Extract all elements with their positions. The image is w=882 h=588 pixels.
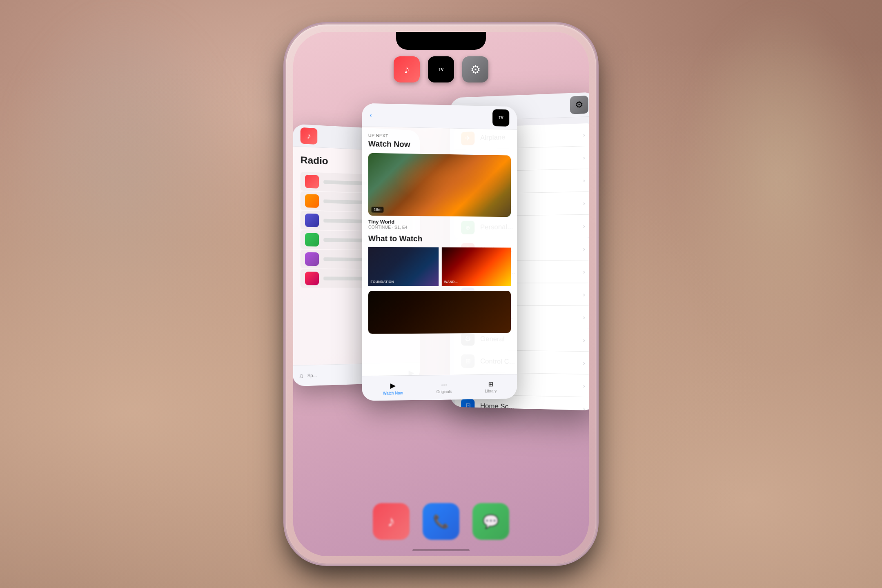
chevron-icon: › — [583, 314, 585, 321]
tv-duration-badge: 18m — [372, 207, 384, 213]
chevron-icon: › — [583, 177, 585, 183]
music-row-art — [305, 194, 319, 208]
tv-watch-now-title: Watch Now — [368, 139, 511, 151]
tv-back-button[interactable]: ‹ — [370, 112, 372, 118]
apple-tv-icon: TV — [492, 109, 509, 126]
tv-what-to-watch: What to Watch — [368, 234, 511, 244]
card-tv[interactable]: ‹ TV Up Next Watch Now — [362, 103, 517, 401]
chevron-icon: › — [583, 154, 585, 161]
chevron-icon: › — [583, 223, 585, 229]
home-screen-icon: ⊡ — [461, 399, 474, 411]
scene: ♪ TV ⚙ ♪ — [0, 0, 882, 588]
iphone-screen: ♪ TV ⚙ ♪ — [293, 32, 589, 556]
tv-tab-library-label: Library — [485, 389, 497, 393]
chevron-icon: › — [583, 405, 585, 410]
tv-dark-show-thumb[interactable] — [368, 291, 511, 334]
top-app-icon-music[interactable]: ♪ — [394, 56, 420, 82]
home-indicator[interactable] — [412, 549, 470, 551]
foundation-label: FOUNDATION — [371, 280, 394, 284]
tv-tab-originals-label: Originals — [437, 390, 452, 394]
tv-tab-library[interactable]: ⊞ Library — [485, 381, 497, 394]
music-note-icon: ♫ — [299, 372, 303, 379]
tv-star-icon: ⋯ — [441, 381, 447, 388]
app-cards-container: ♪ Radio — [293, 81, 589, 491]
tv-content: Up Next Watch Now 18m Tiny World CONTINU… — [362, 127, 517, 345]
music-row-art — [305, 175, 319, 189]
top-app-icon-settings[interactable]: ⚙ — [462, 56, 488, 82]
settings-app-icon: ⚙ — [570, 96, 588, 114]
chevron-icon: › — [583, 337, 585, 343]
tv-bottom-tabs: ▶ Watch Now ⋯ Originals ⊞ Library — [362, 374, 517, 401]
card-tv-header: ‹ TV — [362, 103, 517, 130]
tv-tab-originals[interactable]: ⋯ Originals — [437, 381, 452, 394]
music-row-art — [305, 233, 319, 246]
dock: ♪ 📞 💬 — [373, 503, 509, 540]
chevron-icon: › — [583, 200, 585, 206]
tv-show-subtitle: CONTINUE · S1, E4 — [368, 225, 511, 230]
show2-label: WAND... — [444, 280, 457, 284]
dock-icon-messages[interactable]: 💬 — [472, 503, 509, 540]
iphone-notch — [396, 32, 486, 50]
chevron-icon: › — [583, 291, 585, 298]
music-row-art — [305, 214, 319, 227]
tv-thumbnails-row: FOUNDATION WAND... — [368, 247, 511, 286]
tv-play-icon: ▶ — [390, 381, 395, 390]
tv-foundation-thumb[interactable]: FOUNDATION — [368, 247, 439, 286]
dock-icon-phone[interactable]: 📞 — [423, 503, 459, 540]
tv-tiny-world-thumbnail[interactable]: 18m — [368, 153, 511, 217]
tv-thumbnail-glow — [368, 153, 511, 217]
chevron-icon: › — [583, 360, 585, 366]
music-row-text — [323, 276, 365, 280]
music-row-art — [305, 252, 319, 266]
chevron-icon: › — [583, 268, 585, 275]
tv-tab-watchnow[interactable]: ▶ Watch Now — [383, 381, 403, 395]
tv-wandavision-thumb[interactable]: WAND... — [442, 247, 511, 286]
apple-tv-label: TV — [499, 116, 503, 120]
dock-icon-music[interactable]: ♪ — [373, 503, 410, 540]
top-app-icon-tv[interactable]: TV — [428, 56, 454, 82]
settings-gear-icon[interactable]: ⚙ — [462, 56, 488, 82]
chevron-icon: › — [583, 382, 585, 389]
music-row-art — [305, 272, 319, 285]
tv-library-icon: ⊞ — [488, 381, 493, 388]
tv-header-icons: TV — [492, 109, 509, 126]
iphone-device: ♪ TV ⚙ ♪ — [286, 24, 596, 564]
tv-app-icon[interactable]: TV — [428, 56, 454, 82]
chevron-icon: › — [583, 131, 585, 138]
music-icon: ♪ — [301, 127, 318, 144]
chevron-icon: › — [583, 245, 585, 252]
app-icons-row: ♪ TV ⚙ — [394, 56, 488, 82]
music-app-icon[interactable]: ♪ — [394, 56, 420, 82]
tv-tab-watchnow-label: Watch Now — [383, 391, 403, 395]
home-screen-label: Home Sc... — [480, 402, 577, 411]
